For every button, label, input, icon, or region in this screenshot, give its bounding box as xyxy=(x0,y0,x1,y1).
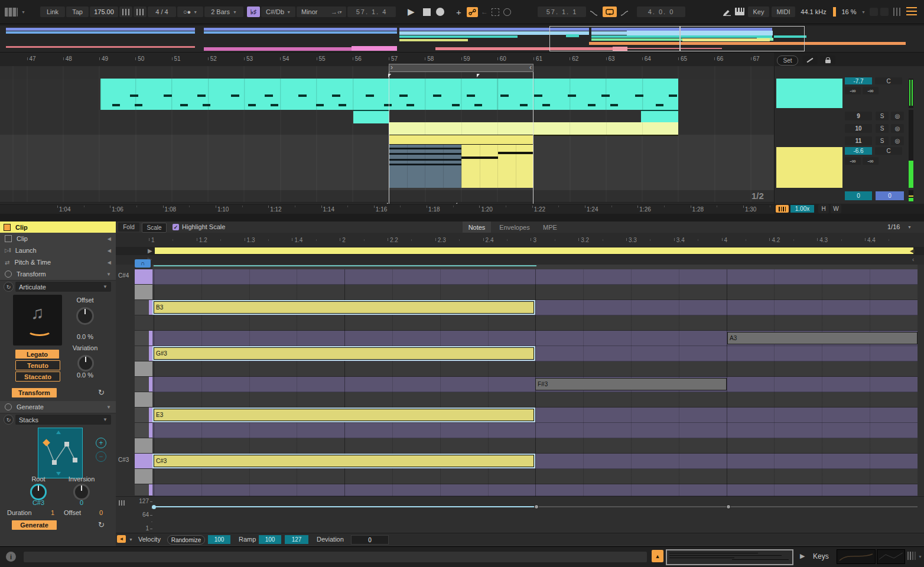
piano-key-F#3[interactable] xyxy=(135,377,152,392)
generator-selector[interactable]: Stacks▼ xyxy=(15,415,111,425)
crossfade-field[interactable]: C xyxy=(875,77,902,84)
audition-button[interactable] xyxy=(776,205,789,213)
preview-headphone-button[interactable]: ∩ xyxy=(135,259,151,268)
velocity-lane[interactable]: 127641 xyxy=(116,496,924,533)
clip-keys-header[interactable] xyxy=(389,135,533,145)
lock-envelopes-button[interactable] xyxy=(820,56,835,64)
lane-remove-button[interactable]: ◄ xyxy=(117,535,126,543)
transform-rerun-icon[interactable]: ↻ xyxy=(98,388,105,397)
section-launch[interactable]: ▷‖Launch◀ xyxy=(0,245,116,257)
device-activator-button[interactable]: ◎ xyxy=(891,136,904,145)
generate-rerun-icon[interactable]: ↻ xyxy=(98,520,105,529)
loop-start-marker[interactable]: ▶ xyxy=(148,247,152,254)
variation-knob[interactable] xyxy=(77,355,94,372)
stacks-visual[interactable] xyxy=(38,428,83,478)
piano-key-B3[interactable] xyxy=(135,300,152,315)
width-zoom-button[interactable]: W xyxy=(831,204,841,213)
velocity-breakpoint[interactable] xyxy=(726,504,731,509)
offset-knob[interactable] xyxy=(76,307,94,325)
inversion-knob[interactable] xyxy=(73,484,90,500)
variation-value[interactable]: 0.0 % xyxy=(64,372,106,379)
clip-bass-drop-short[interactable] xyxy=(641,110,678,123)
highlight-scale-label[interactable]: Highlight Scale xyxy=(182,223,225,230)
solo-button[interactable]: S xyxy=(876,112,889,120)
offset-value[interactable]: 0.0 % xyxy=(64,333,106,340)
grid-value[interactable]: 1/16 xyxy=(887,223,900,230)
height-zoom-button[interactable]: H xyxy=(818,204,829,213)
generate-refresh-icon[interactable]: ↻ xyxy=(4,415,14,425)
device-activator-button[interactable]: ◎ xyxy=(891,112,904,120)
collapse-icon[interactable]: ◀ xyxy=(108,260,111,265)
piano-key-D#3[interactable] xyxy=(135,423,152,438)
lane-chooser-icon[interactable] xyxy=(119,500,125,506)
send-b-field[interactable]: -∞ xyxy=(863,87,879,94)
clip-bass-drop[interactable] xyxy=(100,79,678,110)
root-knob[interactable] xyxy=(30,484,47,500)
piano-key-A#3[interactable] xyxy=(135,315,152,331)
ramp-from-field[interactable]: 100 xyxy=(259,535,281,544)
transform-refresh-icon[interactable]: ↻ xyxy=(4,282,14,292)
deviation-value-field[interactable]: 0 xyxy=(351,535,389,545)
midi-note-C#3[interactable]: C#3 xyxy=(154,455,534,467)
fold-button[interactable]: Fold xyxy=(118,223,139,232)
midi-note-A3[interactable]: A3 xyxy=(727,332,918,344)
tab-envelopes[interactable]: Envelopes xyxy=(496,221,533,233)
midi-note-E3[interactable]: E3 xyxy=(154,409,534,421)
clip-keys-body[interactable] xyxy=(461,145,533,188)
clip-loop-bar[interactable] xyxy=(155,247,913,254)
tenuto-button[interactable]: Tenuto xyxy=(15,360,60,370)
scale-fold-button[interactable]: Scale xyxy=(142,223,167,233)
track-color-block[interactable] xyxy=(776,79,842,108)
section-clip[interactable]: Clip◀ xyxy=(0,233,116,245)
piano-key-G3[interactable] xyxy=(135,361,152,377)
device-thumbnail[interactable] xyxy=(837,549,876,564)
piano-roll[interactable]: ∩C#4C#3B3G#3E3C#3F#3A3 xyxy=(116,265,924,496)
piano-key-F3[interactable] xyxy=(135,392,152,408)
midi-map-button[interactable]: MIDI xyxy=(772,6,795,17)
legato-button[interactable]: Legato xyxy=(15,350,59,359)
staccato-button[interactable]: Staccato xyxy=(15,372,60,382)
offset-step-value[interactable]: 0 xyxy=(99,509,103,516)
piano-key-B2[interactable] xyxy=(135,484,152,496)
clip-synth-riser[interactable] xyxy=(389,122,678,136)
device-activator-button[interactable]: ◎ xyxy=(891,124,904,133)
section-transform[interactable]: Transform▼ xyxy=(0,268,116,281)
transform-tool-selector[interactable]: Articulate▼ xyxy=(15,282,111,292)
section-pitch-time[interactable]: ⇄Pitch & Time◀ xyxy=(0,256,116,269)
fade-toggle-button[interactable] xyxy=(802,56,818,64)
send-a-field[interactable]: -∞ xyxy=(845,157,861,165)
tab-mpe[interactable]: MPE xyxy=(538,221,562,233)
clip-mini-overview[interactable] xyxy=(666,549,793,565)
midi-note-G#3[interactable]: G#3 xyxy=(154,347,534,360)
device-thumbnail[interactable] xyxy=(877,549,905,564)
chevron-down-icon[interactable]: ▼ xyxy=(129,537,133,542)
playback-speed-field[interactable]: 1.00x xyxy=(790,205,814,213)
generate-button[interactable]: Generate xyxy=(12,520,57,530)
piano-key-D3[interactable] xyxy=(135,438,152,454)
track-number[interactable]: 11 xyxy=(845,136,872,145)
end-marker-icon[interactable]: ‹ xyxy=(912,256,914,263)
divider[interactable] xyxy=(0,214,924,221)
clip-tab[interactable]: Clip xyxy=(0,221,116,233)
cpu-usage[interactable]: 16 % xyxy=(838,6,860,17)
piano-key-C3[interactable] xyxy=(135,469,152,484)
piano-key-C4[interactable] xyxy=(135,285,152,300)
remove-voice-button[interactable]: − xyxy=(96,451,106,462)
piano-key-A3[interactable] xyxy=(135,331,152,346)
tempo-follow-field[interactable]: 0 xyxy=(876,191,904,200)
piano-key-C#4[interactable] xyxy=(135,269,152,285)
solo-button[interactable]: S xyxy=(876,124,889,133)
editor-beat-ruler[interactable]: 11.21.31.422.22.32.433.23.33.444.24.34.4 xyxy=(116,233,924,247)
time-ruler[interactable]: 1:041:061:081:101:121:141:161:181:201:22… xyxy=(0,204,774,214)
section-generate[interactable]: Generate▼ xyxy=(0,401,116,413)
track-color-block[interactable] xyxy=(776,147,842,188)
track-number[interactable]: 9 xyxy=(845,112,872,120)
piano-key-G#3[interactable] xyxy=(135,346,152,361)
pan-field[interactable]: -7.7 xyxy=(845,77,872,84)
velocity-breakpoint[interactable] xyxy=(152,505,156,509)
chevron-down-icon[interactable]: ▼ xyxy=(918,555,922,559)
piano-key-E3[interactable] xyxy=(135,408,152,423)
collapse-icon[interactable]: ◀ xyxy=(108,248,111,253)
piano-key-C#3[interactable] xyxy=(135,454,152,469)
clip-bass-drop-short[interactable] xyxy=(353,110,389,123)
